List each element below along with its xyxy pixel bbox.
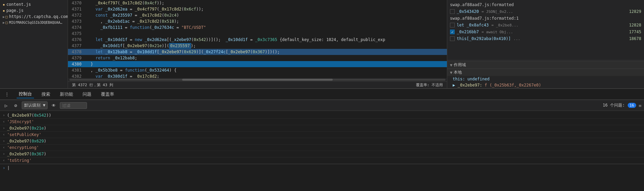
scope-label: 作用域 [454, 62, 466, 68]
code-line-4376: 4376 let _0x10dd1f = new _0x2d62ea[(_x2e… [68, 37, 447, 43]
filter-level-dropdown[interactable]: 默认级别 ▼ [22, 101, 48, 109]
code-line-4372: 4372 const _0x235597 = _0x17c8d2(0x2c4) [68, 12, 447, 18]
line-num-4372: 4372 [68, 12, 86, 18]
line-content-4374: _0xfb1111 = function(_0x27634c = "BTC/US… [86, 24, 206, 31]
scope-fn-val: f (_0x25b63f,_0x2267e0) [485, 83, 541, 88]
issue-badge: 16 [628, 103, 636, 108]
bp-file-3: _0x216bb7 [457, 30, 479, 34]
console-line-3[interactable]: › _0x2ebe97(0x21e) [0, 125, 644, 132]
console-text-1: (_0x2ebe97(0x542)) [7, 113, 51, 118]
console-line-8[interactable]: ‹ 'toString' [0, 157, 644, 164]
file-item-captcha[interactable]: ▶ □ https://t.captcha.qq.com (drag_ele.h… [0, 14, 68, 20]
bp-file-4: this[_0x292aba(0x410)] [457, 36, 511, 41]
bp-item-1[interactable]: _0x543420 = JSON[_0x2... 12829 [447, 8, 644, 15]
code-line-4379: 4379 return _0x12bab8; [68, 55, 447, 61]
message-icon: ✉ [639, 103, 641, 108]
bp-file-1: _0x543420 [457, 9, 479, 14]
console-text-5: _0x2ebe97(0x629) [7, 139, 47, 144]
scrollbar-thumb[interactable] [182, 79, 333, 81]
eye-button[interactable]: 👁 [50, 102, 57, 109]
execute-button[interactable]: ▷ [3, 102, 10, 109]
file-item-content-js[interactable]: ▪ content.js [0, 1, 68, 7]
expand-arrow-scope: ▶ [453, 83, 457, 88]
filter-level-label: 默认级别 ▼ [24, 102, 45, 108]
line-content-4376: let _0x10dd1f = new _0x2d62ea[(_x2ebe97(… [86, 37, 385, 43]
console-arrow-3: › [3, 126, 5, 130]
console-line-4[interactable]: ‹ 'setPublicKey' [0, 132, 644, 138]
bp-item-2[interactable]: let _0x8afc43 = _0x2be8... 12828 [447, 22, 644, 28]
line-content-4381: , _0x5b3be8 = function(_0x532464) { [86, 67, 176, 73]
console-line-7[interactable]: › _0x2ebe97(0x367) [0, 151, 644, 157]
code-horizontal-scrollbar[interactable] [68, 78, 447, 81]
console-arrow-1: › [3, 113, 5, 117]
code-line-4378: 4378 let _0x12bab8 = _0x10dd1f[_0x2ebe97… [68, 49, 447, 55]
line-num-4376: 4376 [68, 37, 86, 43]
tab-search[interactable]: 搜索 [39, 91, 52, 98]
bp-linenum-1: 12829 [629, 9, 641, 14]
bp-item-4[interactable]: this[_0x292aba(0x410)] ... 18678 [447, 35, 644, 42]
bp-preview-1: = JSON[_0x2... [482, 9, 513, 14]
expand-arrow-captcha: ▶ [3, 15, 5, 19]
console-line-1[interactable]: › (_0x2ebe97(0x542)) [0, 112, 644, 119]
local-section-header[interactable]: ▼ 本地 [447, 69, 644, 76]
bp-filename-2: swap.af88aad7.js:formatted:1 [447, 15, 644, 22]
tab-console[interactable]: 控制台 [17, 90, 34, 98]
line-num-4380: 4380 [68, 61, 86, 67]
console-text-2: 'JSEncrypt' [7, 119, 34, 124]
bp-linenum-4: 18678 [629, 36, 641, 41]
line-num-4375: 4375 [68, 31, 86, 37]
console-text-4: 'setPublicKey' [7, 132, 41, 137]
folder-icon-wul: □ [5, 20, 8, 25]
console-content: › (_0x2ebe97(0x542)) ‹ 'JSEncrypt' › _0x… [0, 111, 644, 191]
scope-arrow: ▼ [450, 63, 452, 68]
bp-file-2: let _0x8afc43 [457, 23, 489, 27]
bp-preview-3: = await Obj... [482, 30, 513, 34]
line-content-4378: let _0x12bab8 = _0x10dd1f[_0x2ebe97(0x62… [86, 49, 280, 55]
code-line-4381: 4381 , _0x5b3be8 = function(_0x532464) { [68, 67, 447, 73]
issues-label: 16 个问题: [603, 102, 625, 108]
line-content-4373: , _0x2ebd1ac = _0x17c8d2(0x518); [86, 18, 179, 24]
line-content-4370: _0x4cf797(_0x17c8d2(0x4cf)); [86, 0, 164, 6]
file-name-content-js: content.js [6, 2, 31, 7]
tab-new-features[interactable]: 新功能 [58, 91, 75, 98]
bp-file-label-2: swap.af88aad7.js:formatted:1 [450, 16, 519, 21]
scope-this-key: this: undefined [453, 77, 489, 81]
file-name-page-js: page.js [6, 8, 24, 13]
toolbar-dots[interactable]: ⋮ [3, 91, 11, 97]
editor-status-bar: 第 4372 行，第 43 列 覆盖率: 不适用 [68, 81, 447, 88]
line-num-4379: 4379 [68, 55, 86, 61]
console-text-8: 'toString' [7, 158, 32, 163]
bp-preview-2: = _0x2be8... [491, 23, 518, 27]
console-panel: ▷ ⊘ 默认级别 ▼ 👁 16 个问题: 16 ✉ › (_0x2ebe97(0… [0, 99, 644, 191]
bp-checkbox-1[interactable] [450, 9, 455, 14]
tab-coverage[interactable]: 覆盖率 [99, 91, 116, 98]
file-name-captcha: https://t.captcha.qq.com (drag_ele.html) [9, 14, 68, 19]
console-arrow-2: ‹ [3, 119, 5, 124]
scrollbar-track[interactable] [69, 79, 446, 81]
scope-section-header[interactable]: ▼ 作用域 [447, 61, 644, 69]
ban-button[interactable]: ⊘ [12, 102, 19, 109]
bp-checkbox-2[interactable] [450, 23, 455, 27]
cursor-position: 第 4372 行，第 43 列 [72, 82, 113, 88]
line-content-4380: } [86, 61, 93, 67]
bp-checkbox-3[interactable]: ✓ [450, 30, 455, 34]
bp-checkbox-4[interactable] [450, 36, 455, 41]
console-line-2[interactable]: ‹ 'JSEncrypt' [0, 119, 644, 125]
line-content-4382: var _0x380d1f = _0x17c8d2; [86, 73, 159, 78]
bp-item-3[interactable]: ✓ _0x216bb7 = await Obj... 17745 [447, 28, 644, 35]
console-prompt-line[interactable]: › | [0, 164, 644, 172]
right-panel: swap.af88aad7.js:formatted _0x543420 = J… [447, 0, 644, 88]
console-line-6[interactable]: ‹ 'encryptLong' [0, 145, 644, 151]
file-item-wul[interactable]: ▶ □ MIGfMA0GCSqGSIb3DQEBAQUAA4GNADCBiQKB… [0, 20, 68, 25]
filter-input[interactable] [60, 102, 87, 109]
folder-icon: □ [5, 15, 8, 19]
code-line-4382: 4382 var _0x380d1f = _0x17c8d2; [68, 73, 447, 78]
line-num-4371: 4371 [68, 6, 86, 12]
coverage-status: 覆盖率: 不适用 [416, 82, 443, 88]
code-lines-container: 4370 _0x4cf797(_0x17c8d2(0x4cf)); 4371 v… [68, 0, 447, 78]
console-line-5[interactable]: › _0x2ebe97(0x629) [0, 138, 644, 145]
line-num-4370: 4370 [68, 0, 86, 6]
code-line-4374: 4374 _0xfb1111 = function(_0x27634c = "B… [68, 24, 447, 31]
file-item-page-js[interactable]: ▪ page.js [0, 7, 68, 14]
tab-issues[interactable]: 问题 [81, 91, 93, 98]
